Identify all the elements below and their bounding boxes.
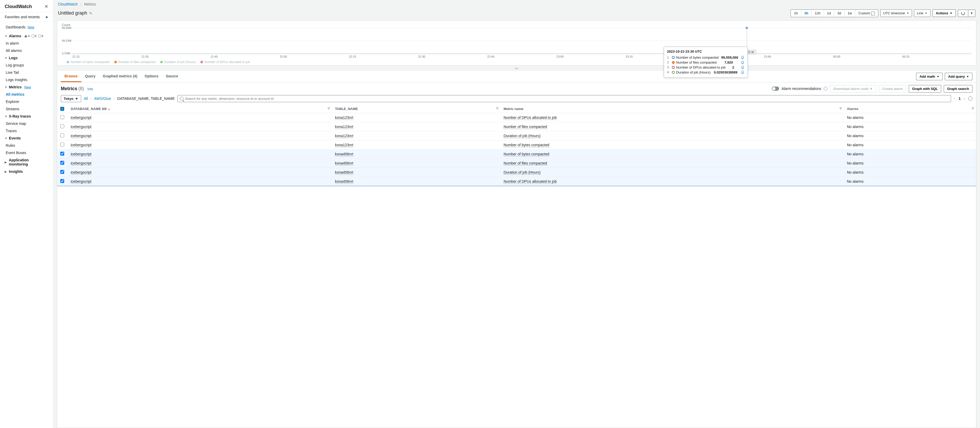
db-cell[interactable]: icebergscript <box>71 116 91 120</box>
time-range-1w[interactable]: 1w <box>845 10 856 17</box>
bc-all[interactable]: All <box>84 97 88 101</box>
table-cell[interactable]: kona456nrt <box>335 170 353 174</box>
col-database[interactable]: DATABASE_NAME 8/8▲▽ <box>68 105 332 113</box>
graph-sql-button[interactable]: Graph with SQL <box>909 85 941 92</box>
sidebar-group-insights[interactable]: ▶Insights <box>0 168 53 175</box>
table-cell[interactable]: kona456nrt <box>335 161 353 165</box>
table-cell[interactable]: kona123nrt <box>335 116 353 120</box>
sidebar-item-log-groups[interactable]: Log groups <box>0 62 53 69</box>
metric-cell[interactable]: Number of files compacted <box>504 161 547 165</box>
table-row[interactable]: icebergscript kona456nrt Number of bytes… <box>57 149 976 159</box>
sidebar-group-metrics[interactable]: ▼MetricsNew <box>0 83 53 91</box>
metric-cell[interactable]: Number of DPUs allocated to job <box>504 179 557 184</box>
legend-item[interactable]: Duration of job (Hours) <box>160 60 196 64</box>
row-checkbox[interactable] <box>60 133 64 137</box>
sidebar-item-traces[interactable]: Traces <box>0 127 53 135</box>
tab-source[interactable]: Source <box>162 71 181 82</box>
select-all-checkbox[interactable]: − <box>60 107 64 111</box>
metric-cell[interactable]: Number of bytes compacted <box>504 143 549 147</box>
next-page-button[interactable]: › <box>963 96 966 101</box>
sidebar-item-logs-insights[interactable]: Logs Insights <box>0 76 53 83</box>
bell-icon[interactable] <box>741 65 745 69</box>
col-metric[interactable]: Metric name▽ <box>500 105 844 113</box>
sidebar-group-alarms[interactable]: ▼ Alarms 0 0 0 <box>0 32 53 40</box>
tab-graphed-metrics-[interactable]: Graphed metrics (4) <box>99 71 141 82</box>
graph-search-button[interactable]: Graph search <box>944 85 972 92</box>
row-checkbox[interactable] <box>60 143 64 146</box>
db-cell[interactable]: icebergscript <box>71 161 91 165</box>
line-chart[interactable]: 99.06M 49.53M 1.71M 10-23 23:30 <box>62 28 971 54</box>
sidebar-item-dashboards[interactable]: Dashboards New <box>0 24 53 31</box>
db-cell[interactable]: icebergscript <box>71 134 91 138</box>
table-row[interactable]: icebergscript kona456nrt Number of files… <box>57 159 976 168</box>
time-range-12h[interactable]: 12h <box>812 10 824 17</box>
bell-icon[interactable] <box>741 70 745 74</box>
legend-item[interactable]: Number of files compacted <box>114 60 156 64</box>
sidebar-item-service-map[interactable]: Service map <box>0 120 53 127</box>
settings-icon[interactable] <box>968 97 972 101</box>
table-cell[interactable]: kona123nrt <box>335 143 353 147</box>
bc-service[interactable]: AWS/Glue <box>94 97 111 101</box>
table-cell[interactable]: kona123nrt <box>335 125 353 129</box>
close-icon[interactable]: ✕ <box>45 4 48 10</box>
time-range-1h[interactable]: 1h <box>791 10 801 17</box>
table-cell[interactable]: kona456nrt <box>335 179 353 184</box>
sidebar-item-streams[interactable]: Streams <box>0 105 53 113</box>
time-range-1d[interactable]: 1d <box>824 10 834 17</box>
db-cell[interactable]: icebergscript <box>71 152 91 156</box>
legend-item[interactable]: Number of DPUs allocated to job <box>200 60 250 64</box>
sidebar-item-rules[interactable]: Rules <box>0 142 53 149</box>
refresh-menu-button[interactable]: ▼ <box>968 10 975 17</box>
bell-icon[interactable] <box>741 60 745 64</box>
row-checkbox[interactable] <box>60 124 64 128</box>
row-checkbox[interactable] <box>60 170 64 174</box>
edit-icon[interactable]: ✎ <box>89 11 92 15</box>
bell-icon[interactable] <box>741 55 745 59</box>
resize-handle[interactable]: ═ <box>53 66 980 71</box>
sidebar-item-all-alarms[interactable]: All alarms <box>0 47 53 54</box>
chart-type-select[interactable]: Line▼ <box>914 10 930 17</box>
table-row[interactable]: icebergscript kona123nrt Number of files… <box>57 122 976 131</box>
sidebar-group-xray[interactable]: ▼X-Ray traces <box>0 113 53 120</box>
metric-cell[interactable]: Number of DPUs allocated to job <box>504 116 557 120</box>
sidebar-item-explorer[interactable]: Explorer <box>0 98 53 105</box>
metric-cell[interactable]: Duration of job (Hours) <box>504 134 541 138</box>
time-range-Custom[interactable]: Custom <box>855 10 878 17</box>
col-table[interactable]: TABLE_NAME▽ <box>332 105 500 113</box>
table-row[interactable]: icebergscript kona123nrt Duration of job… <box>57 131 976 140</box>
sidebar-item-in-alarm[interactable]: In alarm <box>0 40 53 47</box>
db-cell[interactable]: icebergscript <box>71 143 91 147</box>
alarm-rec-toggle[interactable] <box>772 87 779 91</box>
time-range-3h[interactable]: 3h <box>801 10 812 17</box>
db-cell[interactable]: icebergscript <box>71 170 91 174</box>
sidebar-item-all-metrics[interactable]: All metrics <box>0 91 53 98</box>
breadcrumb-cloudwatch[interactable]: CloudWatch <box>58 2 78 6</box>
metric-cell[interactable]: Number of bytes compacted <box>504 152 549 156</box>
sidebar-item-live-tail[interactable]: Live Tail <box>0 69 53 76</box>
table-row[interactable]: icebergscript kona456nrt Duration of job… <box>57 168 976 177</box>
sidebar-group-events[interactable]: ▼Events <box>0 135 53 142</box>
metric-cell[interactable]: Number of files compacted <box>504 125 547 129</box>
row-checkbox[interactable] <box>60 152 64 155</box>
refresh-button[interactable] <box>958 10 968 17</box>
sidebar-group-appmon[interactable]: ▶Application monitoring <box>0 156 53 168</box>
db-cell[interactable]: icebergscript <box>71 179 91 184</box>
region-select[interactable]: Tokyo▼ <box>61 95 81 102</box>
row-checkbox[interactable] <box>60 115 64 119</box>
metric-search[interactable] <box>177 95 951 102</box>
time-range-3d[interactable]: 3d <box>834 10 844 17</box>
search-input[interactable] <box>185 97 949 101</box>
add-math-button[interactable]: Add math▼ <box>916 73 943 80</box>
row-checkbox[interactable] <box>60 161 64 165</box>
table-row[interactable]: icebergscript kona123nrt Number of DPUs … <box>57 113 976 122</box>
prev-page-button[interactable]: ‹ <box>954 96 956 101</box>
table-row[interactable]: icebergscript kona456nrt Number of DPUs … <box>57 177 976 186</box>
row-checkbox[interactable] <box>60 179 64 183</box>
table-cell[interactable]: kona123nrt <box>335 134 353 138</box>
favorites-recents[interactable]: Favorites and recents ▶ <box>0 12 53 22</box>
actions-button[interactable]: Actions▼ <box>932 10 956 17</box>
legend-item[interactable]: Number of bytes compacted <box>67 60 110 64</box>
col-alarms[interactable]: Alarms▽ <box>844 105 976 113</box>
table-cell[interactable]: kona456nrt <box>335 152 353 156</box>
tab-query[interactable]: Query <box>81 71 99 82</box>
